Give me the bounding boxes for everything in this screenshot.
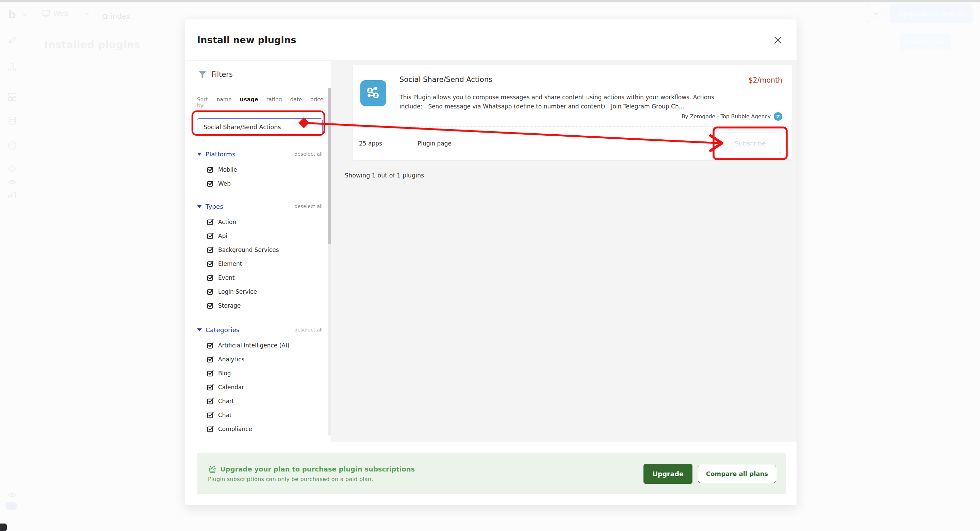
design-pencil-icon <box>8 35 17 45</box>
filter-item-storage[interactable]: Storage <box>197 298 323 312</box>
filters-title: Filters <box>211 70 233 79</box>
checkbox-checked-icon <box>207 411 214 418</box>
funnel-icon <box>198 70 207 79</box>
checkbox-checked-icon <box>207 288 214 295</box>
platforms-deselect-all[interactable]: deselect all <box>294 151 323 157</box>
results-summary: Showing 1 out of 1 plugins <box>345 172 424 179</box>
checkbox-checked-icon <box>207 302 214 309</box>
background-page-heading: Installed plugins <box>44 39 140 51</box>
filter-item-blog[interactable]: Blog <box>197 366 323 380</box>
checkbox-checked-icon <box>207 180 214 187</box>
plugin-page-link[interactable]: Plugin page <box>417 140 452 147</box>
close-icon[interactable] <box>773 35 783 45</box>
styles-palette-icon <box>8 141 17 150</box>
filter-item-compliance[interactable]: Compliance <box>197 422 323 436</box>
crown-icon <box>208 465 217 474</box>
breadcrumb-label: index <box>111 12 130 21</box>
categories-deselect-all[interactable]: deselect all <box>294 327 323 333</box>
sort-by-row: Sort by name usage rating date price <box>197 96 323 109</box>
filters-scroll-area: Sort by name usage rating date price Pla… <box>185 88 331 436</box>
apps-count: 25 apps <box>359 140 382 147</box>
upgrade-banner-subtitle: Plugin subscriptions can only be purchas… <box>208 476 415 482</box>
filters-header: Filters <box>185 61 331 88</box>
filters-scrollbar-track[interactable] <box>328 88 331 436</box>
plugin-description: This Plugin allows you to compose messag… <box>399 93 714 111</box>
plugin-author: By Zeroqode - Top Bubble Agency Z <box>682 112 782 121</box>
sort-option-rating[interactable]: rating <box>266 97 282 103</box>
plugin-search-input[interactable] <box>197 118 323 136</box>
types-deselect-all[interactable]: deselect all <box>294 204 323 209</box>
categories-section-header: Categories deselect all <box>197 325 323 334</box>
filter-item-chart[interactable]: Chart <box>197 394 323 408</box>
sort-option-usage[interactable]: usage <box>240 96 258 103</box>
filter-item-artificial-intelligence[interactable]: Artificial Intelligence (AI) <box>197 338 323 352</box>
types-section-header: Types deselect all <box>197 202 323 211</box>
filter-item-event[interactable]: Event <box>197 271 323 285</box>
upgrade-button[interactable]: Upgrade <box>643 464 692 484</box>
install-plugins-modal: Install new plugins Filters Sort by name… <box>185 19 797 506</box>
logs-chart-icon <box>8 191 17 199</box>
zeroqode-badge-icon: Z <box>774 112 782 121</box>
filter-item-login-service[interactable]: Login Service <box>197 285 323 298</box>
collapse-triangle-icon[interactable] <box>197 205 202 208</box>
author-name: By Zeroqode - Top Bubble Agency <box>682 114 771 120</box>
plugins-grid-icon <box>8 92 17 102</box>
filter-item-analytics[interactable]: Analytics <box>197 352 323 366</box>
sort-option-price[interactable]: price <box>310 97 324 103</box>
checkbox-checked-icon <box>207 384 214 391</box>
filter-item-calendar[interactable]: Calendar <box>197 380 323 394</box>
checkbox-checked-icon <box>207 369 214 377</box>
filter-item-background-services[interactable]: Background Services <box>197 243 323 257</box>
eye-icon <box>8 491 17 498</box>
platforms-section-header: Platforms deselect all <box>197 150 323 159</box>
types-section-title[interactable]: Types <box>205 203 223 210</box>
filter-item-api[interactable]: Api <box>197 229 323 243</box>
checkbox-checked-icon <box>207 356 214 363</box>
plugin-card: Social Share/Send Actions $2/month This … <box>353 65 792 160</box>
platforms-section-title[interactable]: Platforms <box>205 151 235 158</box>
checkbox-checked-icon <box>207 398 214 404</box>
checkbox-checked-icon <box>207 246 214 253</box>
checkbox-checked-icon <box>207 232 214 239</box>
version-dropdown-ghost <box>867 4 885 23</box>
collapse-triangle-icon[interactable] <box>197 153 202 156</box>
filters-scrollbar-thumb[interactable] <box>328 88 331 244</box>
checkbox-checked-icon <box>207 342 214 349</box>
checkbox-checked-icon <box>207 425 214 433</box>
device-selector: Web <box>41 10 68 18</box>
plugin-name: Social Share/Send Actions <box>399 76 492 84</box>
device-label: Web <box>53 10 68 18</box>
upgrade-banner-title: Upgrade your plan to purchase plugin sub… <box>220 465 415 473</box>
sort-by-label: Sort by <box>197 97 208 109</box>
plugin-icon <box>360 80 386 106</box>
filter-item-mobile[interactable]: Mobile <box>197 163 323 176</box>
checkbox-checked-icon <box>207 166 214 173</box>
database-icon <box>8 116 17 126</box>
monitor-icon <box>41 10 50 18</box>
subscribe-button[interactable]: Subscribe <box>720 133 781 154</box>
workflow-icon <box>8 63 17 72</box>
plugin-card-footer: 25 apps Plugin page Subscribe <box>353 127 792 159</box>
filter-item-chat[interactable]: Chat <box>197 408 323 422</box>
checkbox-checked-icon <box>207 274 214 281</box>
window-top-edge <box>0 0 980 2</box>
upgrade-plan-banner: Upgrade your plan to purchase plugin sub… <box>197 453 786 494</box>
home-icon <box>102 13 108 20</box>
filters-panel: Filters Sort by name usage rating date p… <box>185 61 331 442</box>
checkbox-checked-icon <box>207 218 214 225</box>
eye-icon <box>8 179 17 185</box>
sort-option-name[interactable]: name <box>217 97 232 103</box>
chevron-down-icon <box>84 11 90 17</box>
modal-footer: Upgrade your plan to purchase plugin sub… <box>185 442 797 506</box>
modal-header: Install new plugins <box>185 19 797 61</box>
compare-all-plans-button[interactable]: Compare all plans <box>698 465 776 483</box>
filter-item-web[interactable]: Web <box>197 176 323 190</box>
filter-item-action[interactable]: Action <box>197 215 323 229</box>
bottom-bar-corner <box>0 523 7 531</box>
sort-option-date[interactable]: date <box>290 97 302 103</box>
modal-title: Install new plugins <box>197 35 296 45</box>
collapse-triangle-icon[interactable] <box>197 328 202 331</box>
filter-item-element[interactable]: Element <box>197 257 323 271</box>
categories-section-title[interactable]: Categories <box>205 327 240 333</box>
bubble-logo: b <box>8 8 16 21</box>
